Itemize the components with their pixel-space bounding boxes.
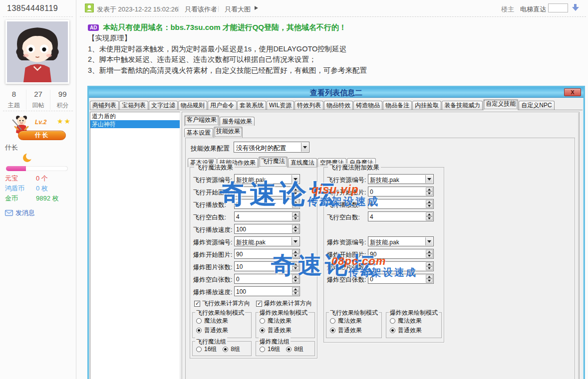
radio-circle-icon[interactable] xyxy=(390,318,395,324)
elevator-link[interactable]: 电梯直达 xyxy=(520,5,546,14)
radio-circle-icon[interactable] xyxy=(286,347,292,352)
radio-circle-icon[interactable] xyxy=(260,328,265,333)
radio-option[interactable]: 魔法效果 xyxy=(390,316,441,326)
stat-threads[interactable]: 8 主题 xyxy=(2,90,26,110)
combo-input[interactable]: 新技能.pak xyxy=(234,236,300,246)
dialog-titlebar[interactable]: 查看列表信息二 X xyxy=(89,87,584,98)
spinner-buttons[interactable] xyxy=(292,262,299,270)
main-tab-2[interactable]: 文字过滤 xyxy=(149,101,178,110)
spinner-buttons[interactable] xyxy=(292,212,299,220)
main-tab-6[interactable]: WIL资源 xyxy=(267,101,294,110)
radio-circle-icon[interactable] xyxy=(196,328,202,333)
spin-input[interactable]: 4 xyxy=(234,211,300,221)
spinner-buttons[interactable] xyxy=(292,287,299,295)
spinner-buttons[interactable] xyxy=(292,225,299,233)
radio-circle-icon[interactable] xyxy=(330,328,335,333)
spinner-buttons[interactable] xyxy=(292,188,299,195)
combo-input[interactable]: 新技能.pak xyxy=(368,174,434,184)
main-tab-4[interactable]: 用户命令 xyxy=(208,101,237,110)
checkbox-box-icon[interactable] xyxy=(194,301,200,307)
main-tab-1[interactable]: 宝箱列表 xyxy=(119,101,148,110)
radio-circle-icon[interactable] xyxy=(330,318,335,324)
close-button[interactable]: X xyxy=(564,88,581,96)
radio-option[interactable]: 魔法效果 xyxy=(330,316,381,326)
dropdown-arrow-icon[interactable] xyxy=(292,237,299,245)
setting-tab-0[interactable]: 基本设置 xyxy=(184,128,213,137)
spin-input[interactable]: 6 xyxy=(368,199,434,209)
dropdown-arrow-icon[interactable] xyxy=(425,175,433,183)
spin-input[interactable]: 4 xyxy=(368,211,434,221)
spin-input[interactable]: 0 xyxy=(368,274,434,284)
spin-input[interactable]: 0 xyxy=(234,274,300,284)
checkbox[interactable]: 飞行效果计算方向 xyxy=(194,299,250,308)
author-avatar[interactable] xyxy=(5,20,69,84)
list-item-0[interactable]: 道力盾的 xyxy=(90,112,180,120)
spin-input[interactable]: 90 xyxy=(234,249,300,259)
spin-input[interactable]: 90 xyxy=(368,249,434,259)
radio-option[interactable]: 普通效果 xyxy=(196,326,251,335)
spinner-buttons[interactable] xyxy=(292,200,299,208)
spinner-buttons[interactable] xyxy=(426,275,433,283)
send-message-link[interactable]: 发消息 xyxy=(5,208,35,217)
radio-circle-icon[interactable] xyxy=(196,347,202,352)
main-tab-11[interactable]: 内挂捡取 xyxy=(412,101,441,110)
skill-listbox[interactable]: 道力盾的茅山神符 xyxy=(90,112,180,379)
radio-option[interactable]: 普通效果 xyxy=(390,326,441,335)
spinner-buttons[interactable] xyxy=(426,212,433,220)
ad-text[interactable]: 本站只有使用域名：bbs.73su.com 才能进行QQ登陆，其他域名不行的！ xyxy=(103,23,346,32)
radio-option[interactable]: 魔法效果 xyxy=(260,316,314,326)
radio-circle-icon[interactable] xyxy=(390,328,395,333)
spin-input[interactable]: 100 xyxy=(234,286,300,296)
setting-tab-1[interactable]: 技能效果 xyxy=(214,127,243,138)
main-tab-8[interactable]: 物品特效 xyxy=(324,101,353,110)
radio-circle-icon[interactable] xyxy=(260,347,265,352)
main-tab-13[interactable]: 自定义技能 xyxy=(483,99,518,110)
main-tab-14[interactable]: 自定义NPC xyxy=(519,101,554,110)
checkbox[interactable]: 爆炸效果计算方向 xyxy=(256,299,312,308)
radio-circle-icon[interactable] xyxy=(260,318,265,324)
combo-input[interactable]: 新技能.pak xyxy=(368,236,434,246)
stat-replies[interactable]: 27 回帖 xyxy=(26,90,51,110)
main-tab-7[interactable]: 特效列表 xyxy=(294,101,323,110)
stat-credits[interactable]: 99 积分 xyxy=(50,90,74,110)
radio-circle-icon[interactable] xyxy=(196,318,202,324)
checkbox-box-icon[interactable] xyxy=(256,301,262,307)
main-tab-3[interactable]: 物品规则 xyxy=(178,101,207,110)
only-images-link[interactable]: 只看大图 xyxy=(225,5,251,14)
elevator-page-input[interactable] xyxy=(548,3,568,12)
radio-option[interactable]: 普通效果 xyxy=(260,326,314,335)
spinner-buttons[interactable] xyxy=(426,250,433,258)
spin-input[interactable]: 0 xyxy=(368,187,434,196)
main-tab-0[interactable]: 商铺列表 xyxy=(90,101,119,110)
radio-option[interactable]: 魔法效果 xyxy=(196,316,251,326)
list-item-1[interactable]: 茅山神符 xyxy=(90,120,180,128)
spin-input[interactable]: 8 xyxy=(234,199,300,209)
spin-input[interactable]: 100 xyxy=(234,224,300,234)
dropdown-arrow-icon[interactable] xyxy=(301,143,308,152)
expand-arrow-icon[interactable] xyxy=(255,6,258,10)
combo-input[interactable]: 新技能.pak xyxy=(234,174,300,184)
dropdown-arrow-icon[interactable] xyxy=(425,237,433,245)
spinner-buttons[interactable] xyxy=(426,188,433,195)
only-author-link[interactable]: 只看该作者 xyxy=(185,5,217,14)
spinner-buttons[interactable] xyxy=(426,262,433,270)
main-tab-9[interactable]: 铸造物品 xyxy=(353,101,382,110)
spinner-buttons[interactable] xyxy=(426,200,433,208)
radio-option[interactable]: 普通效果 xyxy=(330,326,381,335)
spinner-buttons[interactable] xyxy=(292,250,299,258)
spin-input[interactable] xyxy=(234,187,300,196)
effect-tab-1[interactable]: 服务端效果 xyxy=(220,117,255,126)
spinner-buttons[interactable] xyxy=(292,275,299,283)
config-combobox[interactable]: 没有强化时的配置 xyxy=(234,142,309,153)
author-username[interactable]: 13854448119 xyxy=(7,4,58,13)
effect-tab-0[interactable]: 客户端效果 xyxy=(184,115,219,126)
spin-input[interactable]: 10 xyxy=(234,261,300,271)
spin-input[interactable] xyxy=(368,261,434,271)
radio-circle-icon[interactable] xyxy=(223,347,228,352)
magic-tab-2[interactable]: 飞行魔法 xyxy=(259,157,288,168)
main-tab-10[interactable]: 物品备注 xyxy=(383,101,412,110)
magic-tab-3[interactable]: 直线魔法 xyxy=(288,158,317,167)
main-tab-12[interactable]: 装备技能威力 xyxy=(442,101,483,110)
dropdown-arrow-icon[interactable] xyxy=(292,175,299,183)
main-tab-5[interactable]: 套装系统 xyxy=(237,101,266,110)
